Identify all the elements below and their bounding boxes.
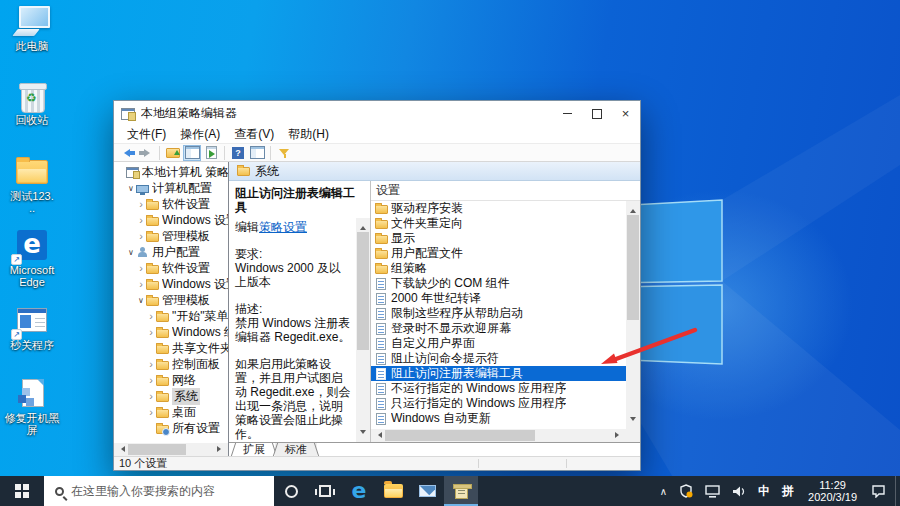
desktop-icon[interactable]: 秒关程序 <box>2 305 62 351</box>
settings-list-item[interactable]: 驱动程序安装 <box>371 201 626 216</box>
close-button[interactable]: × <box>611 101 640 126</box>
this-pc-icon <box>14 6 50 38</box>
back-icon[interactable] <box>118 145 136 161</box>
settings-column-header[interactable]: 设置 <box>371 181 640 201</box>
tree-item[interactable]: 所有设置 <box>114 420 228 436</box>
list-vertical-scrollbar[interactable] <box>626 201 640 429</box>
expander-icon[interactable] <box>136 213 146 227</box>
list-horizontal-scrollbar[interactable] <box>371 429 626 442</box>
settings-list-item[interactable]: 用户配置文件 <box>371 246 626 261</box>
search-input[interactable]: 在这里输入你要搜索的内容 <box>44 476 274 506</box>
expander-icon[interactable] <box>136 277 146 291</box>
expander-icon[interactable] <box>136 292 146 308</box>
task-view-button[interactable] <box>308 476 342 506</box>
scrollbar-thumb[interactable] <box>627 215 639 320</box>
tree-item[interactable]: 计算机配置 <box>114 180 228 196</box>
expander-icon[interactable] <box>146 389 156 403</box>
cortana-button[interactable] <box>274 476 308 506</box>
tree-item[interactable]: 软件设置 <box>114 196 228 212</box>
expander-icon[interactable] <box>146 325 156 339</box>
file-explorer-button[interactable] <box>376 476 410 506</box>
expander-icon[interactable] <box>126 244 136 260</box>
settings-list-item[interactable]: 下载缺少的 COM 组件 <box>371 276 626 291</box>
minimize-button[interactable] <box>553 101 582 126</box>
export-list-icon[interactable] <box>202 145 220 161</box>
help-icon[interactable] <box>229 145 247 161</box>
ime-language-indicator[interactable]: 中 <box>753 476 775 506</box>
expander-icon[interactable] <box>146 405 156 419</box>
tree-item[interactable]: "开始"菜单和 <box>114 308 228 324</box>
desktop-icon[interactable]: 回收站 <box>2 80 62 126</box>
tree-item[interactable]: 共享文件夹 <box>114 340 228 356</box>
tree-item[interactable]: 本地计算机 策略 <box>114 164 228 180</box>
volume-tray-button[interactable] <box>727 476 751 506</box>
settings-list-item[interactable]: 不运行指定的 Windows 应用程序 <box>371 381 626 396</box>
settings-list-item[interactable]: 文件夹重定向 <box>371 216 626 231</box>
info-vertical-scrollbar[interactable] <box>356 218 370 442</box>
desktop-icon[interactable]: 修复开机黑 屏 <box>2 378 62 436</box>
mail-button[interactable] <box>410 476 444 506</box>
menu-item[interactable]: 查看(V) <box>227 126 281 143</box>
tree-item[interactable]: Windows 组 <box>114 324 228 340</box>
tree-item[interactable]: 用户配置 <box>114 244 228 260</box>
settings-list-item[interactable]: 显示 <box>371 231 626 246</box>
view-tab[interactable]: 扩展 <box>233 443 275 456</box>
console-window-icon[interactable] <box>248 145 266 161</box>
tree-item[interactable]: 系统 <box>114 388 228 404</box>
desktop-icon[interactable]: Microsoft Edge <box>2 230 62 288</box>
desktop-icon[interactable]: 此电脑 <box>2 6 62 52</box>
expander-icon[interactable] <box>136 197 146 211</box>
expander-icon[interactable] <box>146 373 156 387</box>
menu-item[interactable]: 操作(A) <box>173 126 227 143</box>
tree-item[interactable]: 控制面板 <box>114 356 228 372</box>
expander-icon[interactable] <box>136 229 146 243</box>
gpedit-taskbar-button[interactable] <box>444 476 478 506</box>
title-bar[interactable]: 本地组策略编辑器 × <box>114 101 640 126</box>
forward-icon[interactable] <box>137 145 155 161</box>
scrollbar-thumb[interactable] <box>385 430 535 441</box>
action-center-button[interactable] <box>866 476 891 506</box>
security-tray-button[interactable] <box>674 476 698 506</box>
label-line-2: .. <box>2 202 62 214</box>
settings-list-item[interactable]: 登录时不显示欢迎屏幕 <box>371 321 626 336</box>
view-tab[interactable]: 标准 <box>275 443 317 456</box>
show-console-tree-icon[interactable] <box>183 145 201 161</box>
expander-icon[interactable] <box>146 309 156 323</box>
settings-list-item[interactable]: 自定义用户界面 <box>371 336 626 351</box>
clock[interactable]: 11:29 2020/3/19 <box>801 476 864 506</box>
up-one-level-icon[interactable] <box>164 145 182 161</box>
expander-icon[interactable] <box>146 357 156 371</box>
settings-list-item[interactable]: 限制这些程序从帮助启动 <box>371 306 626 321</box>
list-item-icon <box>376 353 386 365</box>
scrollbar-thumb[interactable] <box>128 444 186 455</box>
menu-item[interactable]: 文件(F) <box>120 126 173 143</box>
edge-taskbar-button[interactable]: e <box>342 476 376 506</box>
filter-icon[interactable] <box>275 145 293 161</box>
menu-item[interactable]: 帮助(H) <box>281 126 336 143</box>
expander-icon[interactable] <box>126 180 136 196</box>
settings-list-item[interactable]: 2000 年世纪转译 <box>371 291 626 306</box>
tree-item[interactable]: 管理模板 <box>114 292 228 308</box>
settings-list-item[interactable]: 只运行指定的 Windows 应用程序 <box>371 396 626 411</box>
policy-settings-link[interactable]: 策略设置 <box>259 220 307 234</box>
desktop-icon[interactable]: 测试123. .. <box>2 156 62 214</box>
settings-list-item[interactable]: 阻止访问命令提示符 <box>371 351 626 366</box>
network-tray-button[interactable] <box>700 476 725 506</box>
tree-item[interactable]: Windows 设置 <box>114 212 228 228</box>
settings-list-item[interactable]: 阻止访问注册表编辑工具 <box>371 366 626 381</box>
settings-list-item[interactable]: Windows 自动更新 <box>371 411 626 426</box>
maximize-button[interactable] <box>582 101 611 126</box>
tree-item[interactable]: 网络 <box>114 372 228 388</box>
tree-item[interactable]: 软件设置 <box>114 260 228 276</box>
start-button[interactable] <box>0 476 44 506</box>
ime-mode-indicator[interactable]: 拼 <box>777 476 799 506</box>
tray-overflow-button[interactable]: ∧ <box>655 476 672 506</box>
settings-list-item[interactable]: 组策略 <box>371 261 626 276</box>
show-desktop-button[interactable] <box>895 476 900 506</box>
tree-item[interactable]: 管理模板 <box>114 228 228 244</box>
scrollbar-thumb[interactable] <box>357 232 369 350</box>
tree-horizontal-scrollbar[interactable] <box>114 443 228 456</box>
tree-item[interactable]: 桌面 <box>114 404 228 420</box>
expander-icon[interactable] <box>136 261 146 275</box>
tree-item[interactable]: Windows 设置 <box>114 276 228 292</box>
